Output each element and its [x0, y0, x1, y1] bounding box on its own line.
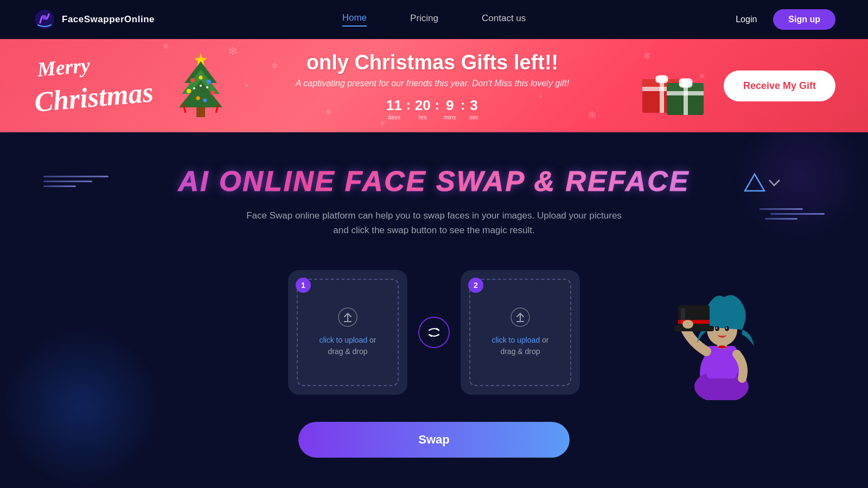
svg-rect-48 — [674, 326, 714, 331]
svg-point-9 — [190, 78, 195, 82]
nav-link-contact[interactable]: Contact us — [482, 13, 526, 26]
countdown-mins-label: mins — [444, 114, 456, 120]
svg-point-16 — [200, 85, 202, 87]
nav-actions: Login Sign up — [736, 9, 835, 30]
page-subtitle: Face Swap online platform can help you t… — [244, 208, 624, 237]
swap-circle-button[interactable] — [418, 317, 450, 348]
svg-point-12 — [187, 89, 191, 93]
svg-point-15 — [203, 99, 207, 102]
countdown-days: 11 days — [386, 97, 402, 120]
countdown-hrs: 20 hrs — [415, 97, 431, 120]
banner-center: only Christmas Gifts left!! A captivatin… — [228, 51, 637, 120]
swap-button[interactable]: Swap — [298, 422, 570, 458]
svg-point-27 — [659, 76, 665, 82]
svg-point-45 — [716, 328, 718, 329]
upload-link-2[interactable]: click to upload — [492, 336, 540, 344]
svg-point-14 — [196, 97, 200, 100]
nav-link-home[interactable]: Home — [342, 12, 367, 27]
svg-point-1 — [42, 15, 47, 20]
svg-point-17 — [193, 87, 195, 89]
svg-point-34 — [682, 80, 689, 86]
login-button[interactable]: Login — [736, 15, 757, 24]
svg-point-13 — [210, 91, 215, 95]
banner-subtitle: A captivating present for our friends th… — [250, 79, 615, 88]
countdown-sec-label: sec — [469, 114, 478, 120]
gift-boxes-icon — [637, 53, 707, 118]
svg-rect-8 — [196, 107, 205, 117]
upload-box-inner-2: click to upload or drag & drop — [469, 279, 571, 386]
logo[interactable]: FaceSwapperOnline — [33, 8, 155, 31]
svg-point-10 — [207, 80, 211, 84]
page-title: AI Online Face Swap & Reface — [43, 165, 825, 197]
signup-button[interactable]: Sign up — [773, 9, 835, 30]
countdown-days-num: 11 — [386, 97, 402, 114]
banner-left: Merry Christmas — [33, 47, 228, 125]
navbar: FaceSwapperOnline Home Pricing Contact u… — [0, 0, 868, 39]
merry-christmas-text: Merry Christmas — [33, 47, 157, 123]
receive-gift-button[interactable]: Receive My Gift — [724, 70, 835, 101]
countdown-sec-num: 3 — [469, 97, 478, 114]
upload-drag-2: drag & drop — [500, 347, 540, 356]
upload-or-1: or — [367, 336, 376, 344]
svg-point-18 — [206, 86, 208, 88]
svg-text:Christmas: Christmas — [33, 76, 155, 118]
svg-point-46 — [726, 328, 727, 329]
christmas-tree-icon — [174, 50, 228, 121]
snowflake: ❄ — [380, 119, 385, 127]
countdown-sep1: : — [406, 98, 411, 113]
nav-links: Home Pricing Contact us — [342, 12, 526, 27]
deco-line — [760, 208, 803, 210]
banner-title: only Christmas Gifts left!! — [250, 51, 615, 74]
main-content: AI Online Face Swap & Reface Face Swap o… — [0, 132, 868, 479]
countdown-days-label: days — [386, 114, 402, 120]
svg-point-11 — [199, 76, 203, 80]
svg-rect-31 — [667, 91, 704, 95]
upload-or-2: or — [540, 336, 548, 344]
upload-text-1: click to upload or drag & drop — [319, 335, 376, 357]
upload-box-2[interactable]: 2 click to upload or drag & drop — [461, 270, 580, 395]
upload-icon-2 — [510, 307, 530, 327]
countdown-sep2: : — [435, 98, 439, 113]
countdown-mins-num: 9 — [444, 97, 456, 114]
countdown-sep3: : — [461, 98, 465, 113]
upload-link-1[interactable]: click to upload — [319, 336, 367, 344]
svg-rect-30 — [684, 83, 688, 115]
character-illustration — [662, 281, 781, 400]
decorative-lines-right — [760, 208, 825, 223]
christmas-banner: ❄ ❄ ❄ ❄ ❄ ❄ ❄ ✦ ✦ ❅ ❅ Merry Christmas — [0, 39, 868, 132]
countdown: 11 days : 20 hrs : 9 mins : 3 sec — [250, 97, 615, 120]
svg-rect-23 — [660, 79, 664, 113]
svg-point-51 — [682, 320, 693, 329]
upload-box-inner-1: click to upload or drag & drop — [297, 279, 399, 386]
upload-section: 1 click to upload or drag & drop — [43, 270, 825, 395]
deco-line — [770, 213, 825, 215]
magician-character-icon — [662, 281, 781, 400]
countdown-mins: 9 mins — [444, 97, 456, 120]
nav-link-pricing[interactable]: Pricing — [410, 13, 438, 26]
deco-line — [765, 218, 797, 220]
banner-right: Receive My Gift — [637, 53, 835, 118]
countdown-sec: 3 sec — [469, 97, 478, 120]
svg-text:Merry: Merry — [36, 54, 91, 81]
logo-icon — [33, 8, 56, 31]
logo-text: FaceSwapperOnline — [62, 14, 155, 25]
swap-arrows-icon — [427, 325, 441, 339]
upload-icon-1 — [338, 307, 358, 327]
upload-drag-1: drag & drop — [328, 347, 367, 356]
countdown-hrs-label: hrs — [415, 114, 431, 120]
upload-text-2: click to upload or drag & drop — [492, 335, 548, 357]
upload-box-1[interactable]: 1 click to upload or drag & drop — [288, 270, 407, 395]
countdown-hrs-num: 20 — [415, 97, 431, 114]
